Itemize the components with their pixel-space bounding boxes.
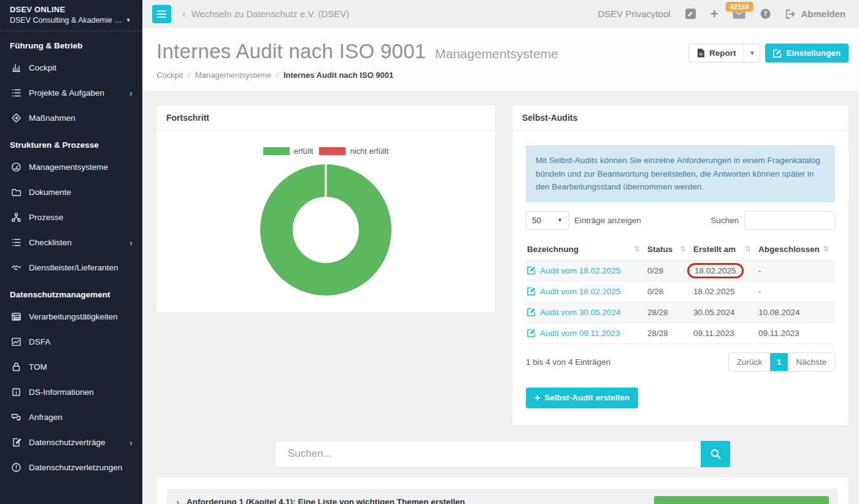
accordion-progress-fill xyxy=(654,496,829,504)
audit-link[interactable]: Audit vom 18.02.2025 xyxy=(527,287,645,296)
main-content: Fortschritt erfüllt nicht erfüllt xyxy=(142,91,859,504)
sidebar: DSEV ONLINE DSEV Consulting & Akademie …… xyxy=(0,0,142,504)
checklist-icon xyxy=(10,237,22,248)
search-button[interactable] xyxy=(701,441,730,467)
sidebar-item-ds-informationen[interactable]: DS-Informationen xyxy=(0,380,142,405)
page-size-select[interactable]: 50 ▼ xyxy=(526,211,569,230)
breadcrumb-current: Internes Audit nach ISO 9001 xyxy=(283,71,393,80)
table-row: Audit vom 09.11.2023 28/28 09.11.2023 09… xyxy=(526,323,835,343)
audit-link[interactable]: Audit vom 30.05.2024 xyxy=(527,308,645,317)
sidebar-item-label: Datenschutzverletzungen xyxy=(29,463,122,472)
sidebar-item-verarbeitungstaetigkeiten[interactable]: Verarbeitungstätigkeiten xyxy=(0,304,142,329)
line-chart-icon xyxy=(10,337,22,347)
report-label: Report xyxy=(709,48,736,58)
comments-icon xyxy=(10,412,22,422)
settings-button[interactable]: Einstellungen xyxy=(765,44,849,63)
mail-icon[interactable]: 42159 xyxy=(733,9,745,19)
table-icon xyxy=(10,311,22,322)
logout-label: Abmelden xyxy=(801,9,846,19)
sidebar-section-datenschutz: Datenschutzmanagement xyxy=(0,280,142,304)
sidebar-item-label: Prozesse xyxy=(29,213,63,222)
sidebar-item-prozesse[interactable]: Prozesse xyxy=(0,205,142,230)
sidebar-item-dsfa[interactable]: DSFA xyxy=(0,329,142,354)
chevron-right-icon: › xyxy=(129,88,133,97)
column-header-bezeichnung[interactable]: Bezeichnung⇅ xyxy=(526,240,646,261)
audit-link[interactable]: Audit vom 09.11.2023 xyxy=(527,329,645,338)
edit-icon xyxy=(527,266,536,275)
page-header: Internes Audit nach ISO 9001 Managements… xyxy=(142,28,859,91)
legend-item-erfuellt[interactable]: erfüllt xyxy=(263,147,314,156)
sidebar-item-label: Cockpit xyxy=(29,63,56,72)
pagination-page-1[interactable]: 1 xyxy=(770,353,788,371)
sidebar-item-dokumente[interactable]: Dokumente xyxy=(0,180,142,205)
create-selbst-audit-button[interactable]: + Selbst-Audit erstellen xyxy=(526,388,638,408)
sidebar-item-cockpit[interactable]: Cockpit xyxy=(0,55,142,80)
column-header-erstellt[interactable]: Erstellt am⇅ xyxy=(692,240,757,261)
chart-legend: erfüllt nicht erfüllt xyxy=(169,147,483,156)
alert-circle-icon xyxy=(10,462,22,473)
audit-link[interactable]: Audit vom 18.02.2025 xyxy=(527,266,645,275)
info-alert: Mit Selbst-Audits können Sie einzelne An… xyxy=(526,145,835,202)
sidebar-item-tom[interactable]: TOM xyxy=(0,354,142,380)
requirements-search xyxy=(275,441,730,467)
chevron-right-icon: › xyxy=(176,497,179,504)
gauge-icon xyxy=(10,162,22,172)
page-size-value: 50 xyxy=(532,216,541,225)
folder-icon xyxy=(10,187,22,197)
sidebar-item-managementsysteme[interactable]: Managementsysteme xyxy=(0,155,142,180)
handshake-icon xyxy=(10,262,22,273)
search-input[interactable] xyxy=(275,441,701,467)
legend-item-nicht-erfuellt[interactable]: nicht erfüllt xyxy=(319,147,388,156)
plus-icon: + xyxy=(534,393,540,403)
svg-text:?: ? xyxy=(764,10,768,17)
pagination-prev-button[interactable]: Zurück xyxy=(729,353,770,371)
pagination: Zurück 1 Nächste xyxy=(728,353,835,372)
donut-chart xyxy=(260,164,391,296)
sidebar-item-projekte-aufgaben[interactable]: Projekte & Aufgaben › xyxy=(0,80,142,105)
menu-toggle-button[interactable] xyxy=(152,5,171,23)
brand-block: DSEV ONLINE DSEV Consulting & Akademie …… xyxy=(0,0,142,31)
diamond-arrow-icon xyxy=(10,113,22,123)
breadcrumb-separator: / xyxy=(276,71,279,80)
breadcrumb-managementsysteme[interactable]: Managementsysteme xyxy=(195,71,271,80)
table-search-input[interactable] xyxy=(744,211,835,230)
sidebar-section-fuehrung: Führung & Betrieb xyxy=(0,31,142,55)
table-info-text: 1 bis 4 von 4 Einträgen xyxy=(526,357,611,367)
pagination-next-button[interactable]: Nächste xyxy=(788,353,834,371)
chevron-right-icon: › xyxy=(129,238,133,247)
page-size-label: Einträge anzeigen xyxy=(574,216,641,225)
sidebar-item-datenschutzverletzungen[interactable]: Datenschutzverletzungen xyxy=(0,455,142,480)
switch-org-label: Wechseln zu Datenschutz e.V. (DSEV) xyxy=(191,9,350,19)
edit-icon xyxy=(773,49,782,58)
org-switcher[interactable]: DSEV Consulting & Akademie … ▼ xyxy=(10,16,133,25)
accordion-anforderung-1[interactable]: › Anforderung 1 (Kapitel 4.1): Eine List… xyxy=(167,489,838,504)
bar-chart-icon xyxy=(10,63,22,73)
breadcrumb-cockpit[interactable]: Cockpit xyxy=(156,71,183,80)
sidebar-item-massnahmen[interactable]: Maßnahmen xyxy=(0,105,142,131)
sidebar-item-label: Dienstleister/Lieferanten xyxy=(29,263,118,272)
sidebar-item-label: TOM xyxy=(29,362,47,372)
chevron-left-icon: ‹ xyxy=(182,8,186,20)
legend-label-erfuellt: erfüllt xyxy=(294,147,314,156)
logout-button[interactable]: Abmelden xyxy=(785,9,846,19)
report-dropdown-toggle[interactable]: ▼ xyxy=(744,44,760,62)
audits-table: Bezeichnung⇅ Status⇅ Erstellt am⇅ Abgesc… xyxy=(526,240,835,344)
help-icon[interactable]: ? xyxy=(760,9,771,19)
add-icon[interactable]: + xyxy=(711,7,718,21)
column-header-abgeschlossen[interactable]: Abgeschlossen⇅ xyxy=(757,240,835,261)
sort-icon: ⇅ xyxy=(745,245,751,253)
sidebar-item-anfragen[interactable]: Anfragen xyxy=(0,405,142,430)
task-list-icon xyxy=(10,88,22,98)
switch-org-link[interactable]: ‹ Wechseln zu Datenschutz e.V. (DSEV) xyxy=(182,8,349,20)
sidebar-item-label: DS-Informationen xyxy=(29,388,94,397)
column-header-status[interactable]: Status⇅ xyxy=(646,240,692,261)
report-button[interactable]: Report xyxy=(689,44,744,62)
sidebar-item-dienstleister[interactable]: Dienstleister/Lieferanten xyxy=(0,255,142,280)
sidebar-item-datenschutzvertraege[interactable]: Datenschutzverträge › xyxy=(0,430,142,455)
donut-slice-separator xyxy=(325,164,327,197)
selbst-audits-card-title: Selbst-Audits xyxy=(512,105,849,131)
sort-icon: ⇅ xyxy=(634,245,640,253)
page-title: Internes Audit nach ISO 9001 xyxy=(156,40,426,63)
edit-square-icon[interactable] xyxy=(685,9,696,19)
sidebar-item-checklisten[interactable]: Checklisten › xyxy=(0,230,142,255)
